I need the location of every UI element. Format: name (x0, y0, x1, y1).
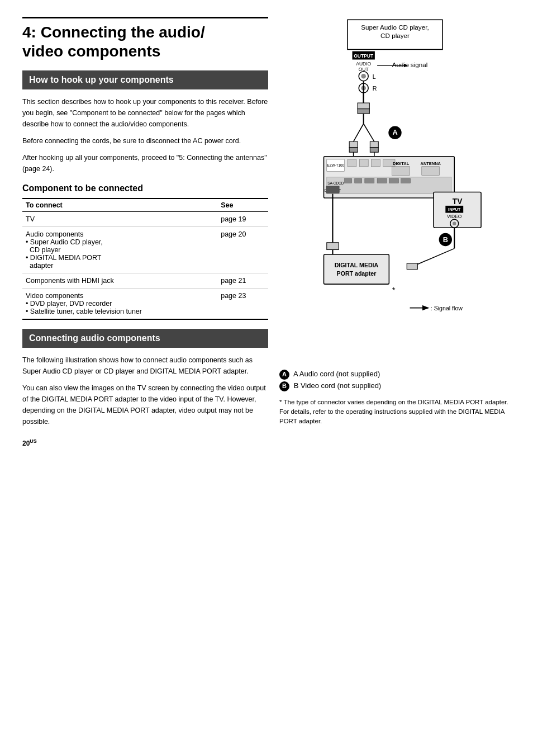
section-how-to-header: How to hook up your components (22, 70, 268, 89)
see-video: page 23 (217, 289, 268, 320)
svg-rect-18 (358, 103, 369, 109)
svg-text:VIDEO: VIDEO (447, 214, 462, 219)
svg-line-67 (413, 248, 454, 266)
table-row: TV page 19 (22, 212, 268, 227)
component-section-title: Component to be connected (22, 183, 268, 193)
svg-rect-39 (422, 167, 440, 176)
svg-text:CD player: CD player (380, 32, 410, 39)
svg-rect-65 (327, 243, 339, 250)
footnote-text: * The type of connector varies depending… (279, 398, 511, 427)
component-table: To connect See TV page 19 Audio componen… (22, 198, 268, 320)
svg-rect-37 (392, 167, 410, 176)
table-row: Audio components • Super Audio CD player… (22, 227, 268, 273)
svg-point-58 (453, 222, 456, 225)
svg-text:OUTPUT: OUTPUT (354, 53, 374, 59)
svg-rect-42 (345, 178, 352, 183)
page-num-text: 20 (22, 440, 30, 447)
chapter-number: 4: (22, 23, 36, 41)
svg-text:*: * (392, 286, 396, 295)
svg-text:SA-CDCD: SA-CDCD (327, 181, 344, 185)
svg-text:: Signal flow: : Signal flow (431, 305, 463, 311)
svg-rect-46 (389, 178, 398, 183)
svg-text:Super Audio CD player,: Super Audio CD player, (361, 23, 429, 31)
svg-point-11 (361, 74, 366, 79)
page-number: 20US (22, 438, 268, 447)
svg-text:Audio signal: Audio signal (392, 61, 428, 68)
svg-rect-45 (377, 178, 387, 183)
see-tv: page 19 (217, 212, 268, 227)
svg-rect-26 (370, 148, 378, 153)
connecting-audio-para-1: The following illustration shows how to … (22, 355, 268, 377)
svg-rect-61 (324, 254, 389, 284)
svg-rect-24 (349, 148, 358, 153)
table-row: Components with HDMI jack page 21 (22, 273, 268, 289)
chapter-title-text: Connecting the audio/ video components (22, 23, 205, 60)
svg-text:INPUT: INPUT (448, 207, 461, 212)
svg-text:R: R (373, 85, 377, 92)
svg-text:TV: TV (453, 197, 463, 206)
svg-rect-43 (355, 178, 362, 183)
svg-rect-25 (370, 141, 378, 148)
connect-hdmi: Components with HDMI jack (22, 273, 217, 289)
how-to-para-1: This section describes how to hook up yo… (22, 96, 268, 130)
cord-a-text: A Audio cord (not supplied) (293, 370, 380, 378)
svg-rect-33 (359, 159, 368, 167)
connect-video: Video components • DVD player, DVD recor… (22, 289, 217, 320)
right-column: Super Audio CD player, CD player OUTPUT … (279, 17, 511, 447)
callout-a-circle: A (279, 370, 289, 380)
svg-text:ANTENNA: ANTENNA (421, 161, 441, 166)
svg-text:L: L (373, 73, 376, 80)
connecting-audio-header: Connecting audio components (22, 329, 268, 348)
svg-rect-19 (358, 109, 369, 114)
svg-rect-49 (326, 186, 339, 193)
svg-rect-23 (349, 141, 358, 148)
see-hdmi: page 21 (217, 273, 268, 289)
svg-rect-34 (372, 159, 380, 167)
svg-rect-32 (348, 159, 356, 167)
svg-text:EZW-T100: EZW-T100 (327, 163, 344, 167)
how-to-para-3: After hooking up all your components, pr… (22, 152, 268, 174)
page-superscript: US (30, 438, 37, 444)
diagram-container: Super Audio CD player, CD player OUTPUT … (300, 17, 490, 363)
svg-rect-47 (401, 178, 411, 183)
chapter-title: 4: Connecting the audio/ video component… (22, 17, 268, 60)
svg-text:PORT adapter: PORT adapter (337, 270, 377, 277)
see-audio: page 20 (217, 227, 268, 273)
connect-audio: Audio components • Super Audio CD player… (22, 227, 217, 273)
svg-line-22 (364, 124, 374, 141)
col-see-header: See (217, 199, 268, 212)
svg-line-21 (354, 124, 364, 141)
callout-b-circle: B (279, 381, 289, 391)
cord-b-text: B Video cord (not supplied) (294, 381, 382, 390)
how-to-para-2: Before connecting the cords, be sure to … (22, 135, 268, 147)
connecting-audio-para-2: You can also view the images on the TV s… (22, 382, 268, 427)
svg-rect-68 (407, 263, 417, 270)
table-row: Video components • DVD player, DVD recor… (22, 289, 268, 320)
col-connect-header: To connect (22, 199, 217, 212)
svg-text:DIGITAL: DIGITAL (393, 161, 410, 166)
cord-labels: A A Audio cord (not supplied) B B Video … (279, 368, 511, 392)
cord-b-label: B B Video cord (not supplied) (279, 380, 511, 392)
svg-text:A: A (392, 128, 397, 136)
connection-diagram: Super Audio CD player, CD player OUTPUT … (300, 17, 490, 361)
svg-text:B: B (443, 235, 448, 244)
cord-a-label: A A Audio cord (not supplied) (279, 368, 511, 380)
svg-text:AUDIO: AUDIO (356, 61, 371, 67)
svg-text:DIGITAL MEDIA: DIGITAL MEDIA (335, 262, 379, 268)
svg-rect-44 (365, 178, 374, 183)
connect-tv: TV (22, 212, 217, 227)
